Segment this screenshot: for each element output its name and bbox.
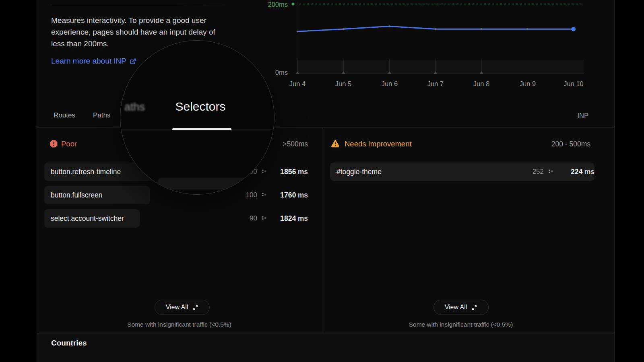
description-line: Measures interactivity. To provide a goo… <box>51 14 240 26</box>
x-tick-label: Jun 5 <box>327 80 359 88</box>
y-axis-threshold-label: 200ms <box>252 1 288 8</box>
card-top-divider <box>51 5 232 5</box>
row-selector: button.refresh-timeline <box>44 168 121 176</box>
dimension-tabs: Routes Paths <box>54 111 110 119</box>
description-line: experience, pages should have an input d… <box>51 26 240 38</box>
samples-dots-icon <box>261 191 268 200</box>
x-tick-label: Jun 10 <box>557 80 590 88</box>
section-divider <box>37 333 615 333</box>
x-tick-label: Jun 9 <box>512 80 544 88</box>
expand-diagonal-icon <box>192 304 198 311</box>
table-row[interactable]: select.account-switcher 90 1824ms <box>44 209 308 228</box>
panel-divider <box>322 128 322 333</box>
row-sample-count: 90 <box>239 214 257 222</box>
traffic-footnote: Some with insignificant traffic (<0.5%) <box>37 321 322 328</box>
samples-dots-icon <box>547 168 554 176</box>
external-link-icon <box>130 58 136 65</box>
x-tick-label: Jun 6 <box>374 80 406 88</box>
view-all-label: View All <box>445 304 467 311</box>
countries-section-background <box>37 333 614 362</box>
samples-dots-icon <box>261 168 268 176</box>
row-sample-count: 252 <box>526 168 544 176</box>
samples-dots-icon <box>261 215 268 223</box>
triangle-exclamation-icon <box>331 139 340 149</box>
countries-heading: Countries <box>51 339 87 348</box>
needs-improvement-threshold-range: 200 - 500ms <box>510 140 590 148</box>
row-selector: button.fullscreen <box>44 191 102 200</box>
needs-improvement-panel-title: Needs Improvement <box>345 140 412 148</box>
row-inp-value: 1824ms <box>271 214 308 223</box>
row-inp-value: 1760ms <box>271 191 308 200</box>
view-all-label: View All <box>166 304 188 311</box>
table-row[interactable]: #toggle-theme 252 224ms <box>330 162 594 181</box>
view-all-button-needs-improvement[interactable]: View All <box>433 300 489 315</box>
learn-more-label: Learn more about INP <box>51 57 126 66</box>
inp-dashboard: Measures interactivity. To provide a goo… <box>0 0 644 362</box>
expand-diagonal-icon <box>471 304 477 311</box>
octagon-exclamation-icon <box>50 140 58 150</box>
inp-chart-svg <box>254 0 588 78</box>
row-sample-count: 100 <box>239 191 257 199</box>
view-all-button-poor[interactable]: View All <box>155 300 210 315</box>
active-tab-underline <box>172 128 231 130</box>
magnifier-lens: aths Selectors <box>120 40 275 195</box>
poor-panel-title: Poor <box>61 140 77 148</box>
row-selector: select.account-switcher <box>44 214 124 223</box>
row-selector: #toggle-theme <box>330 168 382 176</box>
x-tick-label: Jun 7 <box>419 80 452 88</box>
learn-more-link[interactable]: Learn more about INP <box>51 57 136 66</box>
row-inp-value: 224ms <box>557 168 594 176</box>
x-tick-label: Jun 4 <box>281 80 314 88</box>
metric-label-inp: INP <box>564 112 588 119</box>
row-inp-value: 1856ms <box>271 168 308 176</box>
tab-paths[interactable]: Paths <box>93 111 110 119</box>
tab-routes[interactable]: Routes <box>54 111 75 119</box>
x-tick-label: Jun 8 <box>465 80 497 88</box>
traffic-footnote: Some with insignificant traffic (<0.5%) <box>322 321 600 328</box>
magnified-partial-tab-text: aths <box>124 101 145 113</box>
magnified-tab-selectors[interactable]: Selectors <box>164 100 237 113</box>
